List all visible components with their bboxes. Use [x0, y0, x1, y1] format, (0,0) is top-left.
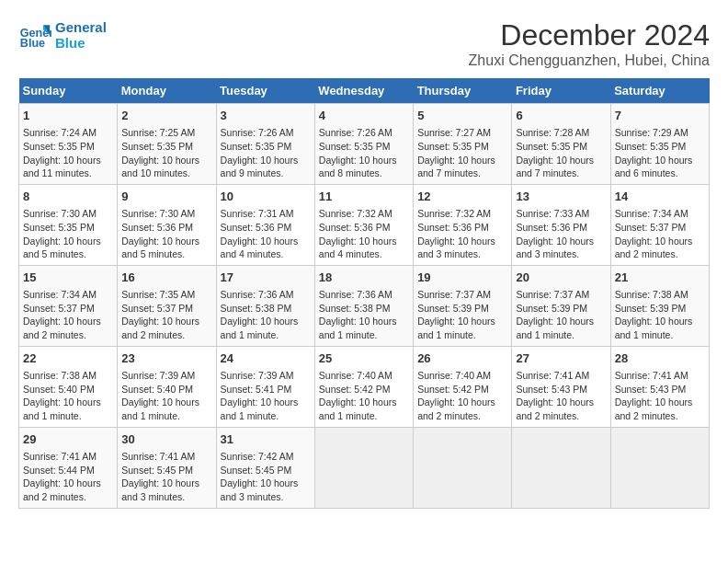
calendar-cell: 29Sunrise: 7:41 AMSunset: 5:44 PMDayligh… [19, 427, 118, 508]
day-number: 12 [417, 189, 507, 205]
day-number: 22 [23, 350, 113, 367]
calendar-cell: 23Sunrise: 7:39 AMSunset: 5:40 PMDayligh… [118, 346, 216, 427]
calendar-cell: 21Sunrise: 7:38 AMSunset: 5:39 PMDayligh… [610, 265, 709, 346]
weekday-thursday: Thursday [414, 78, 512, 104]
weekday-wednesday: Wednesday [314, 78, 413, 104]
calendar-cell: 28Sunrise: 7:41 AMSunset: 5:43 PMDayligh… [610, 346, 709, 427]
day-info: Sunrise: 7:41 AMSunset: 5:43 PMDaylight:… [615, 369, 705, 423]
calendar-cell: 9Sunrise: 7:30 AMSunset: 5:36 PMDaylight… [118, 184, 216, 265]
day-number: 25 [319, 350, 409, 367]
calendar-cell [414, 427, 512, 508]
day-number: 11 [319, 189, 409, 205]
title-block: December 2024 Zhuxi Chengguanzhen, Hubei… [469, 18, 710, 69]
weekday-sunday: Sunday [19, 78, 118, 104]
logo: General Blue General Blue [18, 18, 107, 52]
week-row-2: 8Sunrise: 7:30 AMSunset: 5:35 PMDaylight… [19, 184, 710, 265]
logo-subtext: Blue [55, 35, 107, 51]
day-number: 1 [23, 108, 113, 124]
day-info: Sunrise: 7:40 AMSunset: 5:42 PMDaylight:… [319, 369, 409, 423]
day-number: 13 [516, 189, 606, 205]
day-info: Sunrise: 7:26 AMSunset: 5:35 PMDaylight:… [319, 126, 409, 180]
day-number: 9 [121, 189, 211, 205]
day-number: 30 [121, 431, 211, 448]
day-info: Sunrise: 7:25 AMSunset: 5:35 PMDaylight:… [121, 126, 211, 180]
calendar-body: 1Sunrise: 7:24 AMSunset: 5:35 PMDaylight… [19, 104, 710, 509]
logo-icon: General Blue [18, 18, 51, 52]
calendar-cell: 13Sunrise: 7:33 AMSunset: 5:36 PMDayligh… [512, 184, 610, 265]
calendar-cell: 19Sunrise: 7:37 AMSunset: 5:39 PMDayligh… [414, 265, 512, 346]
day-info: Sunrise: 7:36 AMSunset: 5:38 PMDaylight:… [319, 288, 409, 342]
svg-text:Blue: Blue [20, 37, 45, 50]
week-row-3: 15Sunrise: 7:34 AMSunset: 5:37 PMDayligh… [19, 265, 710, 346]
calendar-title: December 2024 [469, 18, 710, 52]
day-info: Sunrise: 7:31 AMSunset: 5:36 PMDaylight:… [221, 207, 311, 261]
day-info: Sunrise: 7:26 AMSunset: 5:35 PMDaylight:… [221, 126, 311, 180]
day-number: 4 [319, 108, 409, 124]
day-info: Sunrise: 7:39 AMSunset: 5:41 PMDaylight:… [221, 369, 311, 423]
day-info: Sunrise: 7:30 AMSunset: 5:36 PMDaylight:… [121, 207, 211, 261]
calendar-cell: 17Sunrise: 7:36 AMSunset: 5:38 PMDayligh… [216, 265, 314, 346]
calendar-cell: 15Sunrise: 7:34 AMSunset: 5:37 PMDayligh… [19, 265, 118, 346]
day-info: Sunrise: 7:32 AMSunset: 5:36 PMDaylight:… [417, 207, 507, 261]
day-info: Sunrise: 7:24 AMSunset: 5:35 PMDaylight:… [23, 126, 113, 180]
calendar-cell: 7Sunrise: 7:29 AMSunset: 5:35 PMDaylight… [610, 104, 709, 185]
day-number: 14 [615, 189, 705, 205]
day-number: 16 [121, 270, 211, 286]
day-info: Sunrise: 7:37 AMSunset: 5:39 PMDaylight:… [417, 288, 507, 342]
day-number: 2 [121, 108, 211, 124]
calendar-cell [610, 427, 709, 508]
week-row-4: 22Sunrise: 7:38 AMSunset: 5:40 PMDayligh… [19, 346, 710, 427]
weekday-tuesday: Tuesday [216, 78, 314, 104]
day-info: Sunrise: 7:27 AMSunset: 5:35 PMDaylight:… [417, 126, 507, 180]
day-number: 19 [417, 270, 507, 286]
calendar-cell: 18Sunrise: 7:36 AMSunset: 5:38 PMDayligh… [314, 265, 413, 346]
day-number: 29 [23, 431, 113, 448]
calendar-cell: 20Sunrise: 7:37 AMSunset: 5:39 PMDayligh… [512, 265, 610, 346]
day-number: 3 [221, 108, 311, 124]
calendar-cell: 4Sunrise: 7:26 AMSunset: 5:35 PMDaylight… [314, 104, 413, 185]
week-row-1: 1Sunrise: 7:24 AMSunset: 5:35 PMDaylight… [19, 104, 710, 185]
day-number: 8 [23, 189, 113, 205]
day-info: Sunrise: 7:35 AMSunset: 5:37 PMDaylight:… [121, 288, 211, 342]
calendar-cell: 24Sunrise: 7:39 AMSunset: 5:41 PMDayligh… [216, 346, 314, 427]
day-info: Sunrise: 7:37 AMSunset: 5:39 PMDaylight:… [516, 288, 606, 342]
calendar-cell: 16Sunrise: 7:35 AMSunset: 5:37 PMDayligh… [118, 265, 216, 346]
calendar-cell: 25Sunrise: 7:40 AMSunset: 5:42 PMDayligh… [314, 346, 413, 427]
day-info: Sunrise: 7:28 AMSunset: 5:35 PMDaylight:… [516, 126, 606, 180]
calendar-cell: 11Sunrise: 7:32 AMSunset: 5:36 PMDayligh… [314, 184, 413, 265]
calendar-cell: 31Sunrise: 7:42 AMSunset: 5:45 PMDayligh… [216, 427, 314, 508]
page-header: General Blue General Blue December 2024 … [18, 18, 710, 69]
calendar-cell: 22Sunrise: 7:38 AMSunset: 5:40 PMDayligh… [19, 346, 118, 427]
weekday-monday: Monday [118, 78, 216, 104]
weekday-header-row: SundayMondayTuesdayWednesdayThursdayFrid… [19, 78, 710, 104]
day-number: 17 [221, 270, 311, 286]
day-number: 23 [121, 350, 211, 367]
day-number: 20 [516, 270, 606, 286]
day-number: 26 [417, 350, 507, 367]
calendar-cell: 14Sunrise: 7:34 AMSunset: 5:37 PMDayligh… [610, 184, 709, 265]
day-number: 28 [615, 350, 705, 367]
day-info: Sunrise: 7:30 AMSunset: 5:35 PMDaylight:… [23, 207, 113, 261]
calendar-cell [314, 427, 413, 508]
day-info: Sunrise: 7:39 AMSunset: 5:40 PMDaylight:… [121, 369, 211, 423]
day-info: Sunrise: 7:29 AMSunset: 5:35 PMDaylight:… [615, 126, 705, 180]
calendar-cell: 10Sunrise: 7:31 AMSunset: 5:36 PMDayligh… [216, 184, 314, 265]
day-number: 7 [615, 108, 705, 124]
weekday-saturday: Saturday [610, 78, 709, 104]
day-info: Sunrise: 7:36 AMSunset: 5:38 PMDaylight:… [221, 288, 311, 342]
calendar-cell: 1Sunrise: 7:24 AMSunset: 5:35 PMDaylight… [19, 104, 118, 185]
day-number: 31 [221, 431, 311, 448]
calendar-cell: 26Sunrise: 7:40 AMSunset: 5:42 PMDayligh… [414, 346, 512, 427]
day-number: 6 [516, 108, 606, 124]
calendar-cell: 27Sunrise: 7:41 AMSunset: 5:43 PMDayligh… [512, 346, 610, 427]
day-info: Sunrise: 7:38 AMSunset: 5:40 PMDaylight:… [23, 369, 113, 423]
weekday-friday: Friday [512, 78, 610, 104]
calendar-cell: 2Sunrise: 7:25 AMSunset: 5:35 PMDaylight… [118, 104, 216, 185]
week-row-5: 29Sunrise: 7:41 AMSunset: 5:44 PMDayligh… [19, 427, 710, 508]
day-number: 27 [516, 350, 606, 367]
day-info: Sunrise: 7:34 AMSunset: 5:37 PMDaylight:… [23, 288, 113, 342]
calendar-table: SundayMondayTuesdayWednesdayThursdayFrid… [18, 78, 710, 509]
calendar-cell: 5Sunrise: 7:27 AMSunset: 5:35 PMDaylight… [414, 104, 512, 185]
day-info: Sunrise: 7:32 AMSunset: 5:36 PMDaylight:… [319, 207, 409, 261]
calendar-cell: 12Sunrise: 7:32 AMSunset: 5:36 PMDayligh… [414, 184, 512, 265]
